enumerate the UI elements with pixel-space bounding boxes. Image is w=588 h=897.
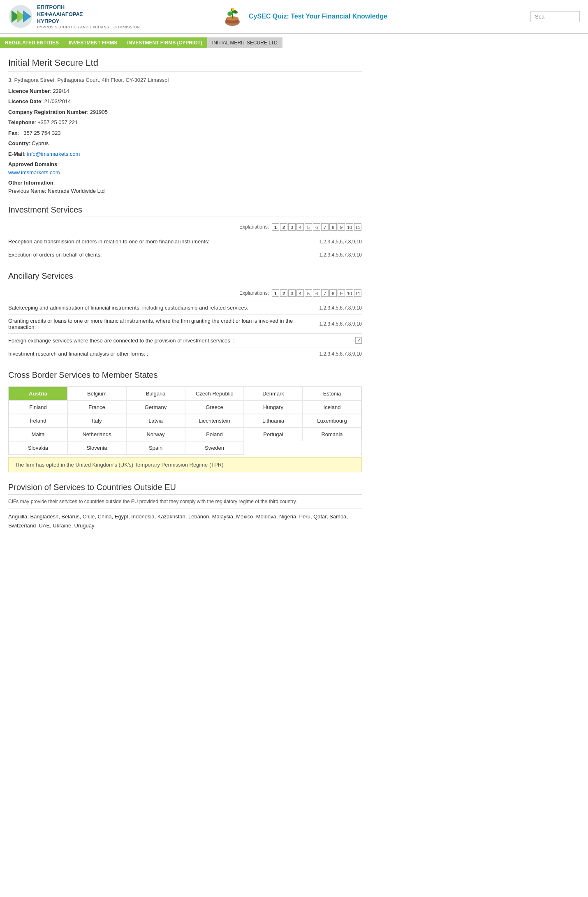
exp-2[interactable]: 2 bbox=[280, 223, 287, 231]
ancillary-service-row-2: Foreign exchange services where these ar… bbox=[8, 333, 362, 347]
fax-row: Fax: +357 25 754 323 bbox=[8, 129, 362, 137]
country-cell[interactable]: Germany bbox=[126, 400, 185, 414]
email-row: E-Mail: info@imsmarkets.com bbox=[8, 150, 362, 158]
anc-exp-7[interactable]: 7 bbox=[321, 289, 329, 297]
ancillary-services-explanations-row: Explanations: 1 2 3 4 5 6 7 8 9 10 11 bbox=[8, 287, 362, 299]
investment-service-desc-0: Reception and transmission of orders in … bbox=[8, 238, 311, 245]
tpr-notice: The firm has opted in the United Kingdom… bbox=[8, 457, 362, 472]
telephone-label: Telephone bbox=[8, 119, 35, 125]
breadcrumb-regulated-entities[interactable]: REGULATED ENTITIES bbox=[0, 37, 64, 48]
country-cell[interactable]: Greece bbox=[185, 400, 244, 414]
anc-exp-8[interactable]: 8 bbox=[329, 289, 337, 297]
country-cell[interactable]: Finland bbox=[9, 400, 67, 414]
country-cell[interactable]: Spain bbox=[126, 441, 185, 455]
reg-number-value: 291905 bbox=[90, 109, 108, 115]
investment-service-desc-1: Execution of orders on behalf of clients… bbox=[8, 252, 311, 258]
country-cell[interactable]: Liechtenstein bbox=[185, 414, 244, 428]
country-cell[interactable]: France bbox=[67, 400, 126, 414]
breadcrumb: REGULATED ENTITIES INVESTMENT FIRMS INVE… bbox=[0, 34, 588, 51]
country-cell[interactable]: Sweden bbox=[185, 441, 244, 455]
country-cell[interactable]: Malta bbox=[9, 428, 67, 441]
country-cell[interactable]: Austria bbox=[9, 387, 67, 400]
search-input[interactable] bbox=[530, 11, 580, 22]
ancillary-service-desc-0: Safekeeping and administration of financ… bbox=[8, 305, 311, 311]
reg-number-row: Company Registration Number: 291905 bbox=[8, 108, 362, 116]
countries-grid: AustriaBelgiumBulgariaCzech RepublicDenm… bbox=[8, 386, 362, 455]
country-cell[interactable]: Slovakia bbox=[9, 441, 67, 455]
country-cell[interactable]: Romania bbox=[303, 428, 361, 441]
country-cell[interactable]: Portugal bbox=[244, 428, 303, 441]
logo-title: ΕΠΙΤΡΟΠΗ ΚΕΦΑΛΑΙΑΓΟΡΑΣ ΚΥΠΡΟΥ bbox=[37, 4, 140, 25]
exp-3[interactable]: 3 bbox=[288, 223, 296, 231]
licence-number-label: Licence Number bbox=[8, 88, 50, 94]
exp-9[interactable]: 9 bbox=[338, 223, 345, 231]
country-cell[interactable]: Belgium bbox=[67, 387, 126, 400]
quiz-text[interactable]: CySEC Quiz: Test Your Financial Knowledg… bbox=[249, 12, 387, 21]
country-cell[interactable]: Czech Republic bbox=[185, 387, 244, 400]
country-cell[interactable]: Hungary bbox=[244, 400, 303, 414]
anc-exp-2[interactable]: 2 bbox=[280, 289, 287, 297]
country-cell[interactable]: Latvia bbox=[126, 414, 185, 428]
other-info-value: Previous Name: Nextrade Worldwide Ltd bbox=[8, 188, 105, 194]
licence-number-value: 229/14 bbox=[53, 88, 69, 94]
ancillary-service-row-3: Investment research and financial analys… bbox=[8, 347, 362, 360]
country-cell[interactable]: Lithuania bbox=[244, 414, 303, 428]
ancillary-services-title: Ancillary Services bbox=[8, 271, 362, 283]
country-cell[interactable]: Norway bbox=[126, 428, 185, 441]
fax-label: Fax bbox=[8, 130, 17, 136]
exp-10[interactable]: 10 bbox=[346, 223, 353, 231]
header: ΕΠΙΤΡΟΠΗ ΚΕΦΑΛΑΙΑΓΟΡΑΣ ΚΥΠΡΟΥ CYPRUS SEC… bbox=[0, 0, 588, 34]
quiz-section: $ CySEC Quiz: Test Your Financial Knowle… bbox=[222, 6, 387, 27]
outside-eu-description: CIFs may provide their services to count… bbox=[8, 499, 362, 504]
anc-exp-1[interactable]: 1 bbox=[272, 289, 279, 297]
other-info-row: Other Information: Previous Name: Nextra… bbox=[8, 179, 362, 195]
licence-date-label: Licence Date bbox=[8, 98, 41, 104]
country-cell[interactable]: Poland bbox=[185, 428, 244, 441]
fax-value: +357 25 754 323 bbox=[21, 130, 61, 136]
breadcrumb-investment-firms[interactable]: INVESTMENT FIRMS bbox=[64, 37, 122, 48]
country-value: Cyprus bbox=[32, 140, 49, 146]
country-cell[interactable]: Denmark bbox=[244, 387, 303, 400]
investment-explanations-label: Explanations: bbox=[239, 224, 269, 230]
investment-services-title: Investment Services bbox=[8, 205, 362, 217]
approved-domains-label: Approved Domains bbox=[8, 161, 57, 167]
country-cell[interactable]: Ireland bbox=[9, 414, 67, 428]
exp-1[interactable]: 1 bbox=[272, 223, 279, 231]
anc-exp-5[interactable]: 5 bbox=[305, 289, 312, 297]
country-cell[interactable]: Luxembourg bbox=[303, 414, 361, 428]
anc-exp-3[interactable]: 3 bbox=[288, 289, 296, 297]
telephone-value: +357 25 057 221 bbox=[37, 119, 78, 125]
exp-11[interactable]: 11 bbox=[354, 223, 361, 231]
breadcrumb-investment-firms-cypriot[interactable]: INVESTMENT FIRMS (CYPRIOT) bbox=[122, 37, 207, 48]
exp-7[interactable]: 7 bbox=[321, 223, 329, 231]
search-section[interactable] bbox=[530, 11, 580, 22]
country-cell[interactable]: Netherlands bbox=[67, 428, 126, 441]
outside-eu-title: Provision of Services to Countries Outsi… bbox=[8, 483, 362, 495]
licence-number-row: Licence Number: 229/14 bbox=[8, 87, 362, 95]
logo-icon bbox=[8, 4, 33, 29]
country-cell[interactable]: Italy bbox=[67, 414, 126, 428]
anc-exp-11[interactable]: 11 bbox=[354, 289, 361, 297]
ancillary-service-nums-3: 1,2,3,4,5,6,7,8,9,10 bbox=[319, 351, 362, 357]
logo-section: ΕΠΙΤΡΟΠΗ ΚΕΦΑΛΑΙΑΓΟΡΑΣ ΚΥΠΡΟΥ CYPRUS SEC… bbox=[8, 4, 140, 29]
approved-domains-link[interactable]: www.imsmarkets.com bbox=[8, 169, 60, 176]
country-cell[interactable]: Iceland bbox=[303, 400, 361, 414]
email-label: E-Mail bbox=[8, 151, 24, 157]
quiz-icon: $ bbox=[222, 6, 243, 27]
anc-exp-9[interactable]: 9 bbox=[338, 289, 345, 297]
exp-8[interactable]: 8 bbox=[329, 223, 337, 231]
email-link[interactable]: info@imsmarkets.com bbox=[27, 151, 80, 157]
country-label: Country bbox=[8, 140, 29, 146]
ancillary-service-desc-1: Granting credits or loans to one or more… bbox=[8, 318, 311, 330]
other-info-label: Other Information bbox=[8, 180, 53, 186]
country-cell[interactable]: Slovenia bbox=[67, 441, 126, 455]
country-cell[interactable]: Bulgaria bbox=[126, 387, 185, 400]
company-title: Initial Merit Secure Ltd bbox=[8, 58, 362, 72]
country-cell[interactable]: Estonia bbox=[303, 387, 361, 400]
anc-exp-4[interactable]: 4 bbox=[296, 289, 304, 297]
anc-exp-10[interactable]: 10 bbox=[346, 289, 353, 297]
exp-5[interactable]: 5 bbox=[305, 223, 312, 231]
exp-4[interactable]: 4 bbox=[296, 223, 304, 231]
anc-exp-6[interactable]: 6 bbox=[313, 289, 320, 297]
exp-6[interactable]: 6 bbox=[313, 223, 320, 231]
